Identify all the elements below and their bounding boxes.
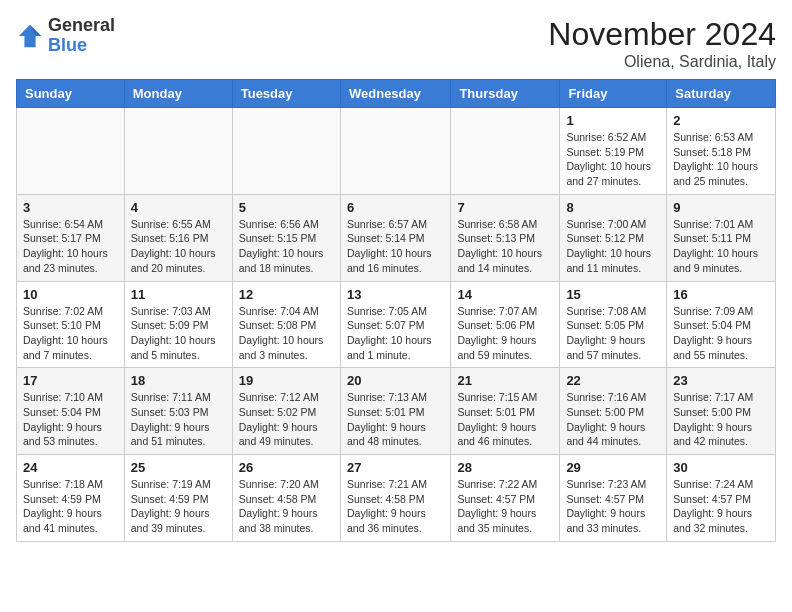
- day-number: 25: [131, 460, 226, 475]
- week-row-3: 10Sunrise: 7:02 AM Sunset: 5:10 PM Dayli…: [17, 281, 776, 368]
- day-info: Sunrise: 7:04 AM Sunset: 5:08 PM Dayligh…: [239, 304, 334, 363]
- day-info: Sunrise: 7:12 AM Sunset: 5:02 PM Dayligh…: [239, 390, 334, 449]
- day-info: Sunrise: 7:15 AM Sunset: 5:01 PM Dayligh…: [457, 390, 553, 449]
- weekday-header-tuesday: Tuesday: [232, 80, 340, 108]
- day-number: 5: [239, 200, 334, 215]
- logo-blue: Blue: [48, 35, 87, 55]
- weekday-header-friday: Friday: [560, 80, 667, 108]
- day-info: Sunrise: 7:13 AM Sunset: 5:01 PM Dayligh…: [347, 390, 444, 449]
- weekday-header-thursday: Thursday: [451, 80, 560, 108]
- calendar-cell: 18Sunrise: 7:11 AM Sunset: 5:03 PM Dayli…: [124, 368, 232, 455]
- day-info: Sunrise: 7:23 AM Sunset: 4:57 PM Dayligh…: [566, 477, 660, 536]
- weekday-header-wednesday: Wednesday: [340, 80, 450, 108]
- calendar-cell: 6Sunrise: 6:57 AM Sunset: 5:14 PM Daylig…: [340, 194, 450, 281]
- calendar-cell: 15Sunrise: 7:08 AM Sunset: 5:05 PM Dayli…: [560, 281, 667, 368]
- week-row-2: 3Sunrise: 6:54 AM Sunset: 5:17 PM Daylig…: [17, 194, 776, 281]
- calendar-cell: [451, 108, 560, 195]
- week-row-1: 1Sunrise: 6:52 AM Sunset: 5:19 PM Daylig…: [17, 108, 776, 195]
- calendar-cell: 8Sunrise: 7:00 AM Sunset: 5:12 PM Daylig…: [560, 194, 667, 281]
- day-info: Sunrise: 7:09 AM Sunset: 5:04 PM Dayligh…: [673, 304, 769, 363]
- day-number: 22: [566, 373, 660, 388]
- calendar-cell: 26Sunrise: 7:20 AM Sunset: 4:58 PM Dayli…: [232, 455, 340, 542]
- calendar-cell: 7Sunrise: 6:58 AM Sunset: 5:13 PM Daylig…: [451, 194, 560, 281]
- calendar-cell: 27Sunrise: 7:21 AM Sunset: 4:58 PM Dayli…: [340, 455, 450, 542]
- day-info: Sunrise: 7:03 AM Sunset: 5:09 PM Dayligh…: [131, 304, 226, 363]
- calendar-cell: 14Sunrise: 7:07 AM Sunset: 5:06 PM Dayli…: [451, 281, 560, 368]
- calendar-cell: 10Sunrise: 7:02 AM Sunset: 5:10 PM Dayli…: [17, 281, 125, 368]
- day-info: Sunrise: 6:56 AM Sunset: 5:15 PM Dayligh…: [239, 217, 334, 276]
- day-number: 7: [457, 200, 553, 215]
- day-number: 30: [673, 460, 769, 475]
- day-number: 23: [673, 373, 769, 388]
- weekday-header-row: SundayMondayTuesdayWednesdayThursdayFrid…: [17, 80, 776, 108]
- day-info: Sunrise: 6:52 AM Sunset: 5:19 PM Dayligh…: [566, 130, 660, 189]
- calendar-cell: 3Sunrise: 6:54 AM Sunset: 5:17 PM Daylig…: [17, 194, 125, 281]
- day-info: Sunrise: 7:05 AM Sunset: 5:07 PM Dayligh…: [347, 304, 444, 363]
- calendar-cell: 20Sunrise: 7:13 AM Sunset: 5:01 PM Dayli…: [340, 368, 450, 455]
- calendar-cell: 28Sunrise: 7:22 AM Sunset: 4:57 PM Dayli…: [451, 455, 560, 542]
- calendar-cell: 24Sunrise: 7:18 AM Sunset: 4:59 PM Dayli…: [17, 455, 125, 542]
- day-number: 4: [131, 200, 226, 215]
- day-number: 24: [23, 460, 118, 475]
- week-row-5: 24Sunrise: 7:18 AM Sunset: 4:59 PM Dayli…: [17, 455, 776, 542]
- day-number: 9: [673, 200, 769, 215]
- day-info: Sunrise: 6:57 AM Sunset: 5:14 PM Dayligh…: [347, 217, 444, 276]
- day-number: 1: [566, 113, 660, 128]
- day-number: 18: [131, 373, 226, 388]
- day-info: Sunrise: 7:01 AM Sunset: 5:11 PM Dayligh…: [673, 217, 769, 276]
- weekday-header-monday: Monday: [124, 80, 232, 108]
- month-title: November 2024: [548, 16, 776, 53]
- calendar-cell: [17, 108, 125, 195]
- day-number: 16: [673, 287, 769, 302]
- day-number: 12: [239, 287, 334, 302]
- day-info: Sunrise: 7:11 AM Sunset: 5:03 PM Dayligh…: [131, 390, 226, 449]
- calendar-cell: 16Sunrise: 7:09 AM Sunset: 5:04 PM Dayli…: [667, 281, 776, 368]
- day-number: 13: [347, 287, 444, 302]
- week-row-4: 17Sunrise: 7:10 AM Sunset: 5:04 PM Dayli…: [17, 368, 776, 455]
- day-number: 3: [23, 200, 118, 215]
- calendar-cell: [124, 108, 232, 195]
- day-info: Sunrise: 6:55 AM Sunset: 5:16 PM Dayligh…: [131, 217, 226, 276]
- calendar-cell: 9Sunrise: 7:01 AM Sunset: 5:11 PM Daylig…: [667, 194, 776, 281]
- calendar-cell: 23Sunrise: 7:17 AM Sunset: 5:00 PM Dayli…: [667, 368, 776, 455]
- calendar-cell: 12Sunrise: 7:04 AM Sunset: 5:08 PM Dayli…: [232, 281, 340, 368]
- day-number: 11: [131, 287, 226, 302]
- calendar-cell: 25Sunrise: 7:19 AM Sunset: 4:59 PM Dayli…: [124, 455, 232, 542]
- calendar-cell: 1Sunrise: 6:52 AM Sunset: 5:19 PM Daylig…: [560, 108, 667, 195]
- title-block: November 2024 Oliena, Sardinia, Italy: [548, 16, 776, 71]
- day-info: Sunrise: 6:54 AM Sunset: 5:17 PM Dayligh…: [23, 217, 118, 276]
- day-info: Sunrise: 7:17 AM Sunset: 5:00 PM Dayligh…: [673, 390, 769, 449]
- calendar-cell: 21Sunrise: 7:15 AM Sunset: 5:01 PM Dayli…: [451, 368, 560, 455]
- logo-general: General: [48, 15, 115, 35]
- calendar-cell: [232, 108, 340, 195]
- day-info: Sunrise: 7:16 AM Sunset: 5:00 PM Dayligh…: [566, 390, 660, 449]
- day-info: Sunrise: 7:18 AM Sunset: 4:59 PM Dayligh…: [23, 477, 118, 536]
- day-number: 29: [566, 460, 660, 475]
- calendar-cell: 5Sunrise: 6:56 AM Sunset: 5:15 PM Daylig…: [232, 194, 340, 281]
- day-number: 10: [23, 287, 118, 302]
- calendar-cell: 22Sunrise: 7:16 AM Sunset: 5:00 PM Dayli…: [560, 368, 667, 455]
- day-info: Sunrise: 6:53 AM Sunset: 5:18 PM Dayligh…: [673, 130, 769, 189]
- day-info: Sunrise: 7:22 AM Sunset: 4:57 PM Dayligh…: [457, 477, 553, 536]
- day-number: 21: [457, 373, 553, 388]
- day-info: Sunrise: 7:19 AM Sunset: 4:59 PM Dayligh…: [131, 477, 226, 536]
- day-info: Sunrise: 7:07 AM Sunset: 5:06 PM Dayligh…: [457, 304, 553, 363]
- day-number: 14: [457, 287, 553, 302]
- day-info: Sunrise: 7:00 AM Sunset: 5:12 PM Dayligh…: [566, 217, 660, 276]
- day-info: Sunrise: 7:10 AM Sunset: 5:04 PM Dayligh…: [23, 390, 118, 449]
- day-number: 27: [347, 460, 444, 475]
- calendar-cell: 19Sunrise: 7:12 AM Sunset: 5:02 PM Dayli…: [232, 368, 340, 455]
- calendar-cell: 30Sunrise: 7:24 AM Sunset: 4:57 PM Dayli…: [667, 455, 776, 542]
- day-info: Sunrise: 6:58 AM Sunset: 5:13 PM Dayligh…: [457, 217, 553, 276]
- day-number: 20: [347, 373, 444, 388]
- logo: General Blue: [16, 16, 115, 56]
- day-number: 6: [347, 200, 444, 215]
- calendar-cell: 4Sunrise: 6:55 AM Sunset: 5:16 PM Daylig…: [124, 194, 232, 281]
- calendar-cell: 13Sunrise: 7:05 AM Sunset: 5:07 PM Dayli…: [340, 281, 450, 368]
- calendar-cell: 11Sunrise: 7:03 AM Sunset: 5:09 PM Dayli…: [124, 281, 232, 368]
- calendar-cell: [340, 108, 450, 195]
- day-info: Sunrise: 7:02 AM Sunset: 5:10 PM Dayligh…: [23, 304, 118, 363]
- page-header: General Blue November 2024 Oliena, Sardi…: [16, 16, 776, 71]
- day-number: 17: [23, 373, 118, 388]
- day-number: 26: [239, 460, 334, 475]
